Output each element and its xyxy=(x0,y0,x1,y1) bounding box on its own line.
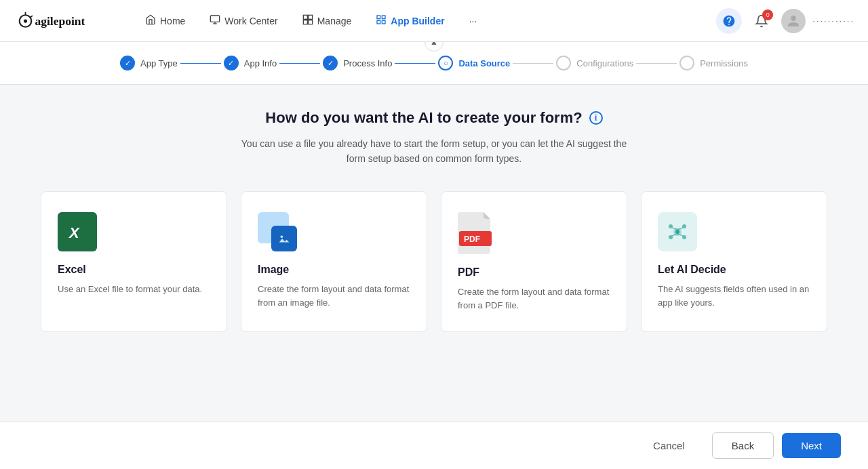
step-data-source-label: Data Source xyxy=(458,58,510,68)
logo[interactable]: agilepoint xyxy=(14,9,108,33)
card-pdf[interactable]: PDF PDF Create the form layout and data … xyxy=(441,191,627,332)
excel-card-icon: X xyxy=(58,212,210,251)
user-avatar[interactable] xyxy=(781,9,806,33)
svg-rect-10 xyxy=(303,20,307,24)
nav-home[interactable]: Home xyxy=(136,9,195,33)
card-ai-title: Let AI Decide xyxy=(658,264,810,276)
svg-point-20 xyxy=(281,235,283,238)
step-configurations[interactable]: Configurations xyxy=(556,56,633,70)
nav-links: Home Work Center Manage App Builder ··· xyxy=(136,9,716,33)
page-subtitle: You can use a file you already have to s… xyxy=(231,136,637,167)
step-process-info-label: Process Info xyxy=(343,58,392,68)
card-image-title: Image xyxy=(258,264,410,276)
footer: Cancel Back Next xyxy=(0,422,868,469)
step-process-info[interactable]: ✓ Process Info xyxy=(323,56,392,70)
nav-appbuilder[interactable]: App Builder xyxy=(366,9,454,33)
nav-workcenter[interactable]: Work Center xyxy=(200,9,287,33)
nav-workcenter-label: Work Center xyxy=(224,16,277,26)
home-icon xyxy=(145,14,156,28)
svg-rect-14 xyxy=(377,20,380,24)
page-title-text: How do you want the AI to create your fo… xyxy=(265,109,582,127)
workcenter-icon xyxy=(210,14,220,28)
svg-rect-13 xyxy=(382,16,386,19)
card-pdf-desc: Create the form layout and data format f… xyxy=(458,285,610,312)
card-image[interactable]: Image Create the form layout and data fo… xyxy=(241,191,427,332)
page-title: How do you want the AI to create your fo… xyxy=(41,109,827,127)
svg-text:X: X xyxy=(68,224,80,241)
svg-rect-15 xyxy=(382,20,386,24)
ai-card-icon xyxy=(658,212,810,251)
step-app-info-circle: ✓ xyxy=(224,56,239,70)
nav-right: 0 ··········· xyxy=(716,8,854,34)
card-ai[interactable]: Let AI Decide The AI suggests fields oft… xyxy=(641,191,827,332)
step-line-4 xyxy=(513,63,553,64)
svg-rect-12 xyxy=(377,16,380,19)
appbuilder-icon xyxy=(376,14,387,28)
svg-rect-9 xyxy=(308,15,312,19)
step-permissions-label: Permissions xyxy=(700,58,748,68)
top-navigation: agilepoint Home Work Center Manage Ap xyxy=(0,0,868,42)
step-app-type-label: App Type xyxy=(140,58,178,68)
nav-home-label: Home xyxy=(160,16,185,26)
user-name-text: ··········· xyxy=(812,16,854,26)
step-data-source-circle: ○ xyxy=(438,56,453,70)
step-process-info-circle: ✓ xyxy=(323,56,338,70)
step-line-3 xyxy=(395,63,435,64)
step-app-info-label: App Info xyxy=(244,58,277,68)
step-app-info[interactable]: ✓ App Info xyxy=(224,56,277,70)
cancel-button[interactable]: Cancel xyxy=(634,433,704,458)
step-permissions[interactable]: Permissions xyxy=(679,56,748,70)
step-data-source[interactable]: ○ Data Source xyxy=(438,56,510,70)
step-app-type-circle: ✓ xyxy=(120,56,135,70)
step-line-5 xyxy=(636,63,677,64)
info-icon[interactable]: i xyxy=(589,111,603,125)
svg-point-1 xyxy=(24,19,27,22)
svg-text:agilepoint: agilepoint xyxy=(35,14,85,28)
image-card-icon xyxy=(258,212,410,251)
svg-line-3 xyxy=(31,16,33,18)
help-icon-btn[interactable] xyxy=(716,8,742,34)
step-configurations-label: Configurations xyxy=(576,58,633,68)
card-excel[interactable]: X Excel Use an Excel file to format your… xyxy=(41,191,227,332)
step-permissions-circle xyxy=(679,56,694,70)
manage-icon xyxy=(302,14,313,28)
svg-rect-19 xyxy=(277,231,292,246)
notification-badge: 0 xyxy=(762,9,773,20)
svg-text:PDF: PDF xyxy=(464,234,480,244)
cards-grid: X Excel Use an Excel file to format your… xyxy=(41,191,827,332)
svg-rect-8 xyxy=(303,15,307,19)
card-excel-title: Excel xyxy=(58,264,210,276)
svg-rect-11 xyxy=(308,20,312,24)
svg-rect-5 xyxy=(211,16,220,22)
card-image-desc: Create the form layout and data format f… xyxy=(258,283,410,310)
notification-icon-btn[interactable]: 0 xyxy=(749,8,774,34)
nav-more[interactable]: ··· xyxy=(460,10,487,32)
card-excel-desc: Use an Excel file to format your data. xyxy=(58,283,210,296)
nav-manage[interactable]: Manage xyxy=(293,9,361,33)
card-ai-desc: The AI suggests fields often used in an … xyxy=(658,283,810,310)
pdf-card-icon: PDF xyxy=(458,212,610,254)
step-line-2 xyxy=(279,63,320,64)
step-app-type[interactable]: ✓ App Type xyxy=(120,56,178,70)
step-line-1 xyxy=(180,63,221,64)
stepper-container: ▲ ✓ App Type ✓ App Info ✓ Process Info ○… xyxy=(0,42,868,85)
step-configurations-circle xyxy=(556,56,571,70)
svg-point-24 xyxy=(675,230,679,234)
back-button[interactable]: Back xyxy=(712,432,774,459)
next-button[interactable]: Next xyxy=(782,433,841,458)
main-content: How do you want the AI to create your fo… xyxy=(0,85,868,422)
nav-manage-label: Manage xyxy=(317,16,352,26)
nav-appbuilder-label: App Builder xyxy=(391,16,444,26)
card-pdf-title: PDF xyxy=(458,266,610,279)
